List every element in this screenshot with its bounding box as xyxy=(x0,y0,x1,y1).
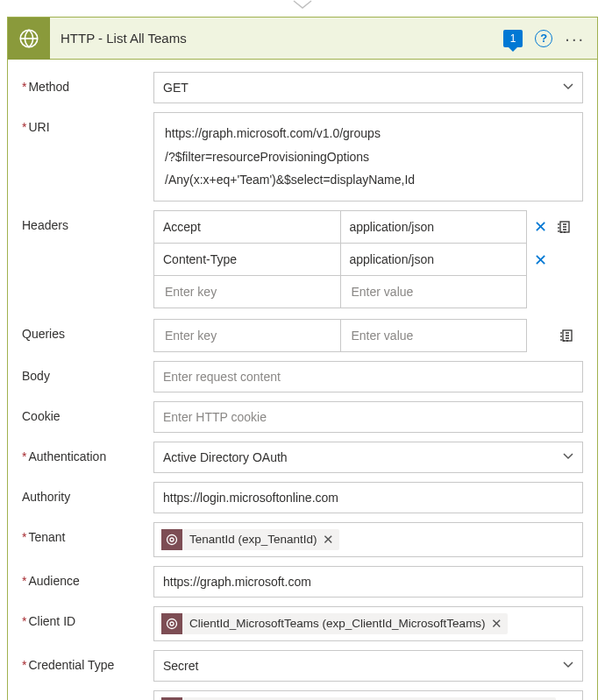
headers-side-actions: ✕ ✕ xyxy=(527,210,583,310)
card-title: HTTP - List All Teams xyxy=(50,31,503,46)
token-label: TenantId (exp_TenantId) xyxy=(189,533,317,546)
svg-point-5 xyxy=(167,619,177,628)
cookie-label: Cookie xyxy=(22,401,153,423)
fx-icon xyxy=(161,529,182,550)
audience-label: Audience xyxy=(22,566,153,588)
cookie-input[interactable] xyxy=(153,401,583,433)
authority-input[interactable] xyxy=(153,482,583,513)
more-menu-icon[interactable]: ··· xyxy=(565,30,585,47)
body-label: Body xyxy=(22,361,153,383)
headers-row: Accept application/json xyxy=(154,211,526,243)
uri-input[interactable]: https://graph.microsoft.com/v1.0/groups … xyxy=(153,112,583,202)
http-globe-icon xyxy=(8,18,50,60)
tenant-label: Tenant xyxy=(22,522,153,544)
queries-row-empty xyxy=(154,320,526,351)
queries-table xyxy=(153,319,527,352)
authentication-select[interactable]: Active Directory OAuth xyxy=(153,442,583,473)
method-label: Method xyxy=(22,72,153,94)
tenant-input[interactable]: TenantId (exp_TenantId) ✕ xyxy=(153,522,583,557)
header-key-input[interactable] xyxy=(163,284,331,300)
query-key-input[interactable] xyxy=(163,328,331,343)
header-actions: 1 ? ··· xyxy=(503,30,597,47)
headers-row-empty xyxy=(154,275,526,308)
delete-header-icon[interactable]: ✕ xyxy=(534,219,547,235)
chevron-down-icon xyxy=(563,450,573,464)
chevron-down-icon xyxy=(563,81,573,95)
credential-type-label: Credential Type xyxy=(22,650,153,672)
remove-token-icon[interactable]: ✕ xyxy=(323,532,334,548)
uri-line-2: /?$filter=resourceProvisioningOptions xyxy=(165,145,572,169)
card-body: Method GET URI https://graph.microsoft.c… xyxy=(8,60,597,700)
chevron-down-icon xyxy=(563,659,573,673)
http-action-card: HTTP - List All Teams 1 ? ··· Method GET… xyxy=(7,17,598,700)
header-value-input[interactable] xyxy=(350,284,518,300)
method-value: GET xyxy=(163,81,189,95)
fx-icon xyxy=(161,613,182,634)
headers-row: Content-Type application/json xyxy=(154,243,526,275)
secret-input[interactable]: ClientSecret_MicrosoftTeams (exp_ClientS… xyxy=(153,690,583,700)
remove-token-icon[interactable]: ✕ xyxy=(491,616,502,632)
comments-button[interactable]: 1 xyxy=(503,30,523,47)
svg-point-3 xyxy=(167,534,177,544)
uri-line-3: /Any(x:x+eq+'Team')&$select=displayName,… xyxy=(165,168,572,192)
audience-input[interactable] xyxy=(153,566,583,597)
help-icon[interactable]: ? xyxy=(535,30,552,47)
credential-type-select[interactable]: Secret xyxy=(153,650,583,682)
queries-label: Queries xyxy=(22,319,153,341)
card-header: HTTP - List All Teams 1 ? ··· xyxy=(8,18,597,60)
header-key-cell[interactable]: Accept xyxy=(154,211,340,243)
delete-header-icon[interactable]: ✕ xyxy=(534,252,547,268)
body-input[interactable] xyxy=(153,361,583,392)
text-mode-icon[interactable] xyxy=(559,328,574,343)
method-select[interactable]: GET xyxy=(153,72,583,103)
client-id-input[interactable]: ClientId_MicrosoftTeams (exp_ClientId_Mi… xyxy=(153,606,583,641)
svg-point-4 xyxy=(170,538,174,541)
svg-point-6 xyxy=(170,622,174,626)
expression-token: TenantId (exp_TenantId) ✕ xyxy=(161,529,339,550)
credential-type-value: Secret xyxy=(163,659,198,673)
uri-label: URI xyxy=(22,112,153,134)
query-value-input[interactable] xyxy=(350,328,518,343)
authority-label: Authority xyxy=(22,482,153,504)
uri-line-1: https://graph.microsoft.com/v1.0/groups xyxy=(165,122,572,145)
client-id-label: Client ID xyxy=(22,606,153,628)
headers-label: Headers xyxy=(22,210,153,232)
header-value-cell[interactable]: application/json xyxy=(340,244,527,275)
authentication-value: Active Directory OAuth xyxy=(163,450,288,464)
header-key-cell[interactable]: Content-Type xyxy=(154,244,340,275)
header-value-cell[interactable]: application/json xyxy=(340,211,527,243)
secret-label: Secret xyxy=(22,690,153,700)
connector-top xyxy=(293,0,312,10)
text-mode-icon[interactable] xyxy=(556,219,572,235)
authentication-label: Authentication xyxy=(22,442,153,463)
headers-table: Accept application/json Content-Type app… xyxy=(153,210,527,308)
token-label: ClientId_MicrosoftTeams (exp_ClientId_Mi… xyxy=(189,617,486,630)
expression-token: ClientId_MicrosoftTeams (exp_ClientId_Mi… xyxy=(161,613,508,634)
